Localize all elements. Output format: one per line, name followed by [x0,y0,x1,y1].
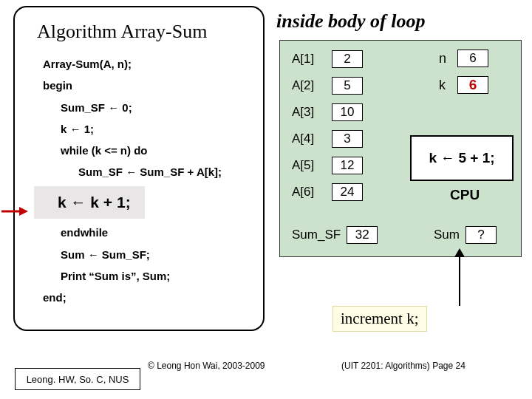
code-line: endwhile [43,222,265,243]
code-line: Sum_SF ← 0; [43,97,265,118]
array-label: A[5] [292,158,329,173]
sumsf-label: Sum_SF [292,228,341,242]
array-label: A[1] [292,52,329,66]
array-row: A[6] 24 [292,183,363,202]
code-line: k ← 1; [43,118,265,140]
pointer-arrow-icon [1,207,28,216]
code-line: Print “Sum is”, Sum; [43,265,265,287]
array-value-cell: 12 [332,157,363,174]
page-tag: (UIT 2201: Algorithms) Page 24 [341,361,466,371]
array-value-cell: 2 [332,50,363,68]
code-line: end; [43,287,265,308]
array-value-cell: 24 [332,183,363,201]
footer-box: Leong. HW, So. C, NUS [15,368,140,390]
k-label: k [439,78,446,93]
sum-label: Sum [434,228,460,242]
array-label: A[2] [292,78,329,93]
svg-marker-3 [454,248,465,257]
array-row: A[1] 2 [292,50,363,69]
up-arrow-icon [454,248,465,309]
sum-value-cell: ? [466,226,497,244]
algorithm-title: Algorithm Array-Sum [37,21,207,43]
code-line: begin [43,75,265,96]
algorithm-code: Array-Sum(A, n); begin Sum_SF ← 0; k ← 1… [43,53,265,308]
array-value-cell: 3 [332,130,363,148]
sumsf-row: Sum_SF 32 [292,225,378,245]
svg-marker-1 [19,207,28,216]
cpu-label: CPU [450,187,480,203]
array-row: A[4] 3 [292,129,363,149]
array-label: A[3] [292,105,329,120]
code-line: while (k <= n) do [43,140,265,161]
array-row: A[2] 5 [292,76,363,95]
increment-note: increment k; [332,306,427,332]
n-value-cell: 6 [457,50,488,67]
k-update-box: k ← 5 + 1; [410,135,514,181]
code-line: Sum_SF ← Sum_SF + A[k]; [43,161,265,183]
array-value-cell: 10 [332,103,363,121]
code-line-highlight: k ← k + 1; [34,186,145,219]
sumsf-value-cell: 32 [347,226,378,244]
section-title: inside body of loop [276,10,426,33]
copyright-text: © Leong Hon Wai, 2003-2009 [148,361,265,371]
k-value: 6 [469,77,477,93]
state-panel: A[1] 2 A[2] 5 A[3] 10 A[4] 3 A[5] 12 A[6… [279,40,522,257]
code-line: Array-Sum(A, n); [43,53,265,75]
array-value-cell: 5 [332,77,363,95]
code-line: Sum ← Sum_SF; [43,244,265,265]
sum-row: Sum ? [434,225,497,245]
array-label: A[6] [292,185,329,200]
array-label: A[4] [292,132,329,146]
algorithm-box: Algorithm Array-Sum Array-Sum(A, n); beg… [13,6,265,331]
array-row: A[5] 12 [292,156,363,175]
n-label: n [439,51,446,66]
k-value-cell: 6 [457,76,488,94]
array-row: A[3] 10 [292,103,363,122]
